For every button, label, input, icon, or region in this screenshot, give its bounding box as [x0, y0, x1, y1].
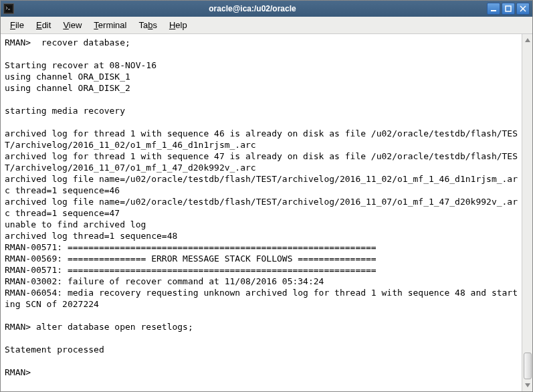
terminal-window: oracle@ica:/u02/oracle File Edit View Te… — [0, 0, 533, 392]
svg-rect-3 — [506, 6, 511, 11]
terminal-icon — [3, 3, 14, 14]
menu-help[interactable]: Help — [164, 19, 193, 31]
window-title: oracle@ica:/u02/oracle — [18, 4, 487, 13]
menu-tabs-pre: Ta — [138, 20, 148, 30]
window-controls — [487, 3, 530, 15]
menu-help-rest: elp — [175, 20, 187, 30]
menu-edit-rest: dit — [42, 20, 51, 30]
scroll-down-button[interactable] — [523, 381, 532, 390]
minimize-button[interactable] — [487, 3, 500, 15]
menu-edit[interactable]: Edit — [31, 19, 56, 31]
titlebar: oracle@ica:/u02/oracle — [1, 1, 532, 17]
scroll-up-button[interactable] — [523, 35, 532, 45]
menubar: File Edit View Terminal Tabs Help — [1, 17, 532, 34]
menu-file[interactable]: File — [5, 19, 29, 31]
scroll-thumb[interactable] — [524, 353, 532, 379]
menu-file-rest: ile — [15, 20, 24, 30]
close-button[interactable] — [516, 3, 530, 15]
menu-tabs[interactable]: Tabs — [133, 19, 162, 31]
menu-terminal[interactable]: Terminal — [88, 19, 132, 31]
menu-view-rest: iew — [69, 20, 82, 30]
scrollbar[interactable] — [522, 34, 532, 391]
menu-tabs-rest: s — [152, 20, 157, 30]
maximize-button[interactable] — [502, 3, 515, 15]
terminal-area: RMAN> recover database; Starting recover… — [1, 34, 532, 391]
terminal-output[interactable]: RMAN> recover database; Starting recover… — [1, 34, 522, 391]
menu-view[interactable]: View — [58, 19, 87, 31]
menu-terminal-rest: erminal — [98, 20, 127, 30]
